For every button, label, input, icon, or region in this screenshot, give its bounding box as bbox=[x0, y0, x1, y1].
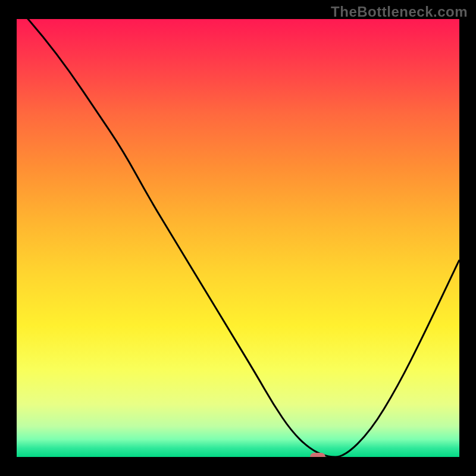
curve-path bbox=[17, 19, 459, 457]
plot-area bbox=[17, 19, 459, 457]
chart-frame: TheBottleneck.com bbox=[0, 0, 476, 476]
optimal-point-marker bbox=[310, 453, 325, 457]
bottleneck-curve bbox=[17, 19, 459, 457]
watermark-label: TheBottleneck.com bbox=[331, 4, 468, 20]
